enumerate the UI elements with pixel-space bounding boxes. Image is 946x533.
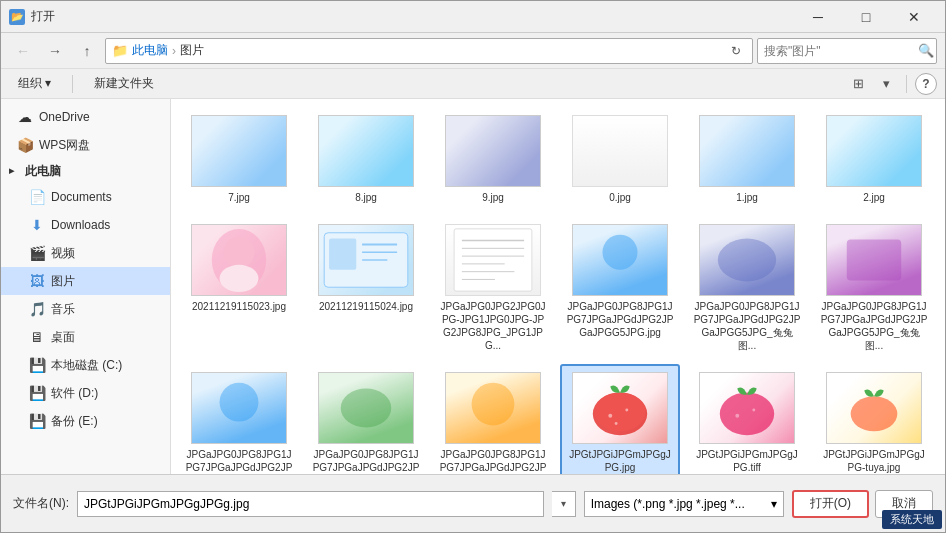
file-thumbnail [699,372,795,444]
list-item[interactable]: 2.jpg [814,107,934,212]
downloads-icon: ⬇ [29,217,45,233]
sidebar-item-documents[interactable]: 📄 Documents [1,183,170,211]
file-thumbnail [318,372,414,444]
path-pictures[interactable]: 图片 [180,42,204,59]
videos-icon: 🎬 [29,245,45,261]
list-item[interactable]: 9.jpg [433,107,553,212]
sidebar-item-onedrive[interactable]: ☁ OneDrive [1,103,170,131]
search-box[interactable]: 🔍 [757,38,937,64]
open-button[interactable]: 打开(O) [792,490,869,518]
file-name: JPGtJPGiJPGmJPGgJPG-tuya.jpg [820,448,928,474]
file-name: JPGtJPGiJPGmJPGgJPG.jpg [566,448,674,474]
diske-icon: 💾 [29,413,45,429]
file-thumbnail [445,115,541,187]
filetype-chevron: ▾ [771,497,777,511]
svg-point-23 [608,414,612,418]
bottom-row-container: 文件名(N): ▾ Images (*.png *.jpg *.jpeg *..… [13,489,933,518]
list-item[interactable]: 20211219115024.jpg [306,216,426,360]
svg-point-1 [223,237,254,268]
view-dropdown-button[interactable]: ▾ [874,72,898,96]
list-item[interactable]: JPGtJPGiJPGmJPGgJPG.tiff [687,364,807,474]
up-button[interactable]: ↑ [73,37,101,65]
file-name: JPGaJPG0JPG8JPG1JPG7JPGaJPGdJPG2JPGaJPGG… [312,448,420,474]
file-thumbnail [826,224,922,296]
list-item[interactable]: JPGaJPG0JPG2JPG0JPG-JPG1JPG0JPG-JPG2JPG8… [433,216,553,360]
svg-point-27 [720,392,774,435]
file-name: 9.jpg [482,191,504,204]
sidebar-item-desktop[interactable]: 🖥 桌面 [1,323,170,351]
bottom-bar: 文件名(N): ▾ Images (*.png *.jpg *.jpeg *..… [1,474,945,532]
list-item[interactable]: JPGaJPG0JPG8JPG1JPG7JPGaJPGdJPG2JPGaJPGG… [560,216,680,360]
list-item[interactable]: JPGaJPG0JPG8JPG1JPG7JPGaJPGdJPG2JPGaJPGG… [814,216,934,360]
list-item[interactable]: 7.jpg [179,107,299,212]
path-sep1: › [172,44,176,58]
address-path: 此电脑 › 图片 [132,42,722,59]
list-item[interactable]: JPGaJPG0JPG8JPG1JPG7JPGaJPGdJPG2JPGaJPGG… [306,364,426,474]
diskd-icon: 💾 [29,385,45,401]
sidebar-label-pictures: 图片 [51,273,75,290]
minimize-button[interactable]: ─ [795,1,841,33]
file-name: JPGaJPG0JPG8JPG1JPG7JPGaJPGdJPG2JPGaJPGG… [566,300,674,339]
file-area[interactable]: 7.jpg 8.jpg 9.jpg 0.jpg 1.jpg [171,99,945,474]
list-item[interactable]: 8.jpg [306,107,426,212]
sidebar-item-wps[interactable]: 📦 WPS网盘 [1,131,170,159]
list-item[interactable]: JPGaJPG0JPG8JPG1JPG7JPGaJPGdJPG2JPGaJPGG… [179,364,299,474]
list-item[interactable]: JPGaJPG0JPG8JPG1JPG7JPGaJPGdJPG2JPGaJPGG… [433,364,553,474]
wps-icon: 📦 [17,137,33,153]
refresh-button[interactable]: ↻ [726,41,746,61]
svg-point-20 [472,383,515,426]
organize-button[interactable]: 组织 ▾ [9,73,60,95]
back-button[interactable]: ← [9,37,37,65]
address-bar[interactable]: 📁 此电脑 › 图片 ↻ [105,38,753,64]
list-item[interactable]: JPGtJPGiJPGmJPGgJPG.jpg [560,364,680,474]
file-name: 7.jpg [228,191,250,204]
file-thumbnail [318,224,414,296]
forward-button[interactable]: → [41,37,69,65]
thispc-icon: ▸ [9,165,21,177]
help-button[interactable]: ? [915,73,937,95]
list-item[interactable]: 0.jpg [560,107,680,212]
localdisk-icon: 💾 [29,357,45,373]
view-mode-button[interactable]: ⊞ [846,72,870,96]
sidebar-item-videos[interactable]: 🎬 视频 [1,239,170,267]
svg-point-16 [718,239,776,282]
list-item[interactable]: JPGaJPG0JPG8JPG1JPG7JPGaJPGdJPG2JPGaJPGG… [687,216,807,360]
file-name: JPGaJPG0JPG8JPG1JPG7JPGaJPGdJPG2JPGaJPGG… [439,448,547,474]
file-name: 2.jpg [863,191,885,204]
sidebar-section-thispc[interactable]: ▸ 此电脑 [1,159,170,183]
filename-dropdown[interactable]: ▾ [552,491,576,517]
music-icon: 🎵 [29,301,45,317]
file-thumbnail [826,115,922,187]
sidebar-item-diske[interactable]: 💾 备份 (E:) [1,407,170,435]
location-icon: 📁 [112,43,128,58]
svg-point-15 [603,235,638,270]
list-item[interactable]: 1.jpg [687,107,807,212]
sidebar-item-downloads[interactable]: ⬇ Downloads [1,211,170,239]
sidebar-label-diskd: 软件 (D:) [51,385,98,402]
watermark: 系统天地 [882,510,942,529]
svg-point-22 [595,392,646,431]
command-toolbar: 组织 ▾ 新建文件夹 ⊞ ▾ ? [1,69,945,99]
file-thumbnail [191,224,287,296]
sidebar-label-downloads: Downloads [51,218,110,232]
file-grid: 7.jpg 8.jpg 9.jpg 0.jpg 1.jpg [179,107,937,474]
file-thumbnail [699,224,795,296]
file-thumbnail [445,224,541,296]
close-button[interactable]: ✕ [891,1,937,33]
filetype-select[interactable]: Images (*.png *.jpg *.jpeg *... ▾ [584,491,784,517]
content-area: ☁ OneDrive 📦 WPS网盘 ▸ 此电脑 📄 Documents ⬇ D… [1,99,945,474]
sidebar-item-diskd[interactable]: 💾 软件 (D:) [1,379,170,407]
new-folder-button[interactable]: 新建文件夹 [85,73,163,95]
list-item[interactable]: JPGtJPGiJPGmJPGgJPG-tuya.jpg [814,364,934,474]
list-item[interactable]: 20211219115023.jpg [179,216,299,360]
maximize-button[interactable]: □ [843,1,889,33]
file-name: 1.jpg [736,191,758,204]
filename-input[interactable] [77,491,544,517]
file-name: 20211219115023.jpg [192,300,286,313]
path-pc[interactable]: 此电脑 [132,42,168,59]
sidebar-item-localdisk[interactable]: 💾 本地磁盘 (C:) [1,351,170,379]
search-input[interactable] [764,44,914,58]
svg-rect-4 [329,239,356,270]
sidebar-item-pictures[interactable]: 🖼 图片 [1,267,170,295]
sidebar-item-music[interactable]: 🎵 音乐 [1,295,170,323]
